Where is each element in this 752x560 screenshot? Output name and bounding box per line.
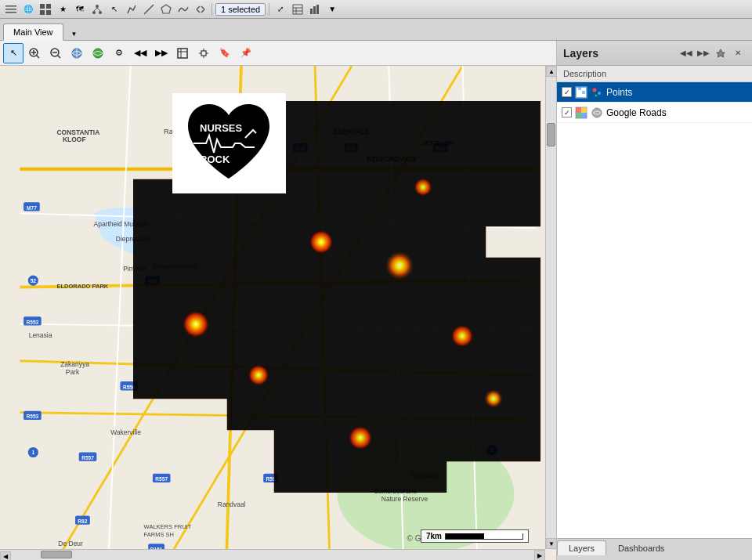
svg-rect-74 (75, 515, 90, 524)
select-tool[interactable]: ↖ (3, 43, 24, 63)
star-icon[interactable]: ★ (55, 2, 70, 17)
svg-text:Lenasia: Lenasia (29, 331, 52, 339)
polygon-icon[interactable] (158, 2, 174, 17)
svg-rect-62 (145, 276, 160, 284)
scroll-thumb-h[interactable] (41, 551, 72, 558)
layer-item-points[interactable]: Points (557, 82, 752, 103)
svg-text:1: 1 (31, 450, 34, 455)
view-tab-bar: Main View ▼ (0, 19, 752, 41)
layers-description-header: Description (557, 66, 752, 82)
svg-rect-0 (5, 5, 16, 7)
svg-rect-72 (153, 474, 171, 482)
svg-line-21 (37, 56, 39, 58)
layer-checkbox-points[interactable] (562, 87, 572, 97)
map-canvas[interactable]: R25 R43 N18 M77 R41 (0, 66, 556, 560)
layer-type-icon-points (591, 86, 603, 99)
svg-rect-70 (79, 452, 97, 461)
toolbar-sep-1 (212, 3, 212, 16)
svg-point-86 (487, 445, 497, 455)
main-view-tab[interactable]: Main View (3, 23, 63, 41)
globe-icon[interactable]: 🌐 (20, 2, 36, 17)
panel-back-btn[interactable]: ◀◀ (678, 45, 694, 61)
svg-text:WALKERS FRUIT: WALKERS FRUIT (144, 523, 192, 530)
svg-line-46 (20, 413, 536, 420)
layer-type-icon-roads (591, 107, 603, 119)
view-tab-dropdown[interactable]: ▼ (68, 27, 81, 40)
svg-rect-60 (24, 202, 40, 211)
zoom-in-tool[interactable] (24, 43, 45, 63)
top-toolbar: 🌐 ★ 🗺 ↖ (0, 0, 752, 19)
scroll-right-arrow[interactable]: ▶ (534, 550, 545, 560)
settings-map-tool[interactable]: ⚙ (109, 43, 129, 63)
aerial-tool[interactable] (88, 43, 108, 63)
cursor-icon[interactable]: ↖ (107, 2, 122, 17)
bookmark-map-tool[interactable]: 🔖 (215, 43, 235, 63)
table-icon[interactable] (290, 2, 306, 17)
svg-point-8 (92, 11, 96, 14)
satellite-tool[interactable] (193, 43, 214, 63)
svg-point-121 (483, 388, 504, 409)
dashboards-tab[interactable]: Dashboards (606, 540, 676, 555)
panel-forward-btn[interactable]: ▶▶ (696, 45, 711, 61)
globe-basemap-tool[interactable] (67, 43, 87, 63)
svg-text:FARMS SH: FARMS SH (144, 531, 174, 538)
transform-icon[interactable] (193, 2, 208, 17)
layer-checkbox-roads[interactable] (562, 107, 572, 117)
svg-rect-64 (24, 316, 42, 325)
zoom-out-tool[interactable] (45, 43, 66, 63)
svg-text:R82: R82 (78, 518, 87, 524)
svg-rect-58 (345, 143, 358, 152)
svg-text:R557: R557 (155, 476, 168, 482)
route-icon[interactable] (124, 2, 139, 17)
svg-text:Zakariyya: Zakariyya (60, 360, 89, 368)
svg-point-136 (592, 108, 602, 117)
resize-icon[interactable]: ⤢ (273, 2, 288, 17)
scroll-down-arrow[interactable]: ▼ (546, 538, 556, 549)
svg-text:R553: R553 (27, 320, 39, 325)
panel-pin-btn[interactable] (713, 45, 728, 61)
layers-panel-header: Layers ◀◀ ▶▶ ✕ (557, 41, 752, 66)
layer-name-roads: Google Roads (606, 107, 667, 118)
svg-rect-2 (5, 12, 16, 13)
full-extent-tool[interactable] (172, 43, 193, 63)
svg-text:ELDORADO PARK: ELDORADO PARK (56, 283, 108, 290)
map-content: R25 R43 N18 M77 R41 (0, 66, 556, 560)
svg-point-119 (414, 178, 432, 197)
freehand-icon[interactable] (175, 2, 191, 17)
svg-point-129 (598, 92, 601, 95)
svg-text:R25: R25 (295, 146, 305, 151)
scroll-up-arrow[interactable]: ▲ (546, 66, 556, 77)
network-icon[interactable] (89, 2, 105, 17)
svg-rect-133 (581, 107, 587, 113)
map-scrollbar-horizontal[interactable]: ◀ ▶ (0, 549, 545, 560)
selection-badge: 1 selected (215, 3, 266, 16)
svg-line-45 (20, 361, 536, 376)
layers-tab[interactable]: Layers (557, 540, 606, 555)
chart-icon[interactable] (307, 2, 323, 17)
layer-item-google-roads[interactable]: Google Roads (557, 103, 752, 123)
map-scrollbar-vertical[interactable]: ▲ ▼ (545, 66, 556, 549)
svg-line-25 (58, 56, 60, 58)
svg-rect-33 (201, 51, 206, 56)
prev-extent-tool[interactable]: ◀◀ (130, 43, 150, 63)
measure-icon[interactable] (141, 2, 157, 17)
svg-rect-30 (178, 49, 187, 58)
svg-point-7 (96, 5, 99, 8)
svg-line-44 (20, 280, 536, 287)
svg-text:Randvaal: Randvaal (218, 500, 246, 508)
pin-map-tool[interactable]: 📌 (236, 43, 256, 63)
svg-text:Diepreadow: Diepreadow (116, 235, 152, 243)
svg-rect-66 (120, 381, 138, 390)
grid-icon[interactable] (38, 2, 53, 17)
menu-icon[interactable] (3, 2, 19, 17)
map-icon[interactable]: 🗺 (72, 2, 88, 17)
next-extent-tool[interactable]: ▶▶ (151, 43, 172, 63)
panel-close-btn[interactable]: ✕ (730, 45, 746, 61)
svg-text:Suikerbosrand: Suikerbosrand (374, 487, 417, 495)
scroll-thumb-v[interactable] (547, 123, 555, 146)
dropdown-icon[interactable]: ▼ (324, 2, 340, 17)
svg-rect-17 (310, 9, 313, 14)
scroll-left-arrow[interactable]: ◀ (0, 551, 11, 561)
svg-text:Nature Reserve: Nature Reserve (381, 495, 428, 503)
svg-point-118 (384, 250, 415, 281)
